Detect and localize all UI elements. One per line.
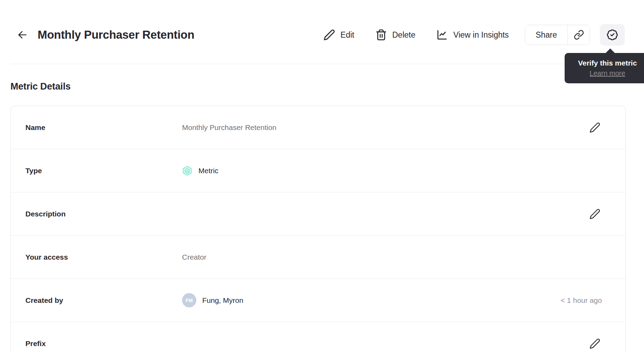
view-in-insights-label: View in Insights [453, 30, 509, 40]
edit-name-button[interactable] [588, 121, 602, 135]
detail-row-type: Type Metric [11, 149, 626, 192]
pencil-icon [589, 208, 600, 220]
detail-row-description: Description [11, 192, 626, 236]
edit-prefix-button[interactable] [588, 337, 602, 351]
pencil-icon [589, 338, 600, 349]
header-actions: Edit Delete View in Insig [323, 29, 509, 41]
line-chart-icon [436, 29, 448, 41]
view-in-insights-button[interactable]: View in Insights [436, 29, 509, 41]
edit-description-button[interactable] [588, 207, 602, 221]
created-timestamp: < 1 hour ago [560, 296, 602, 305]
verify-metric-button[interactable] [600, 24, 625, 46]
avatar: FM [182, 293, 196, 307]
back-button[interactable] [15, 28, 29, 42]
arrow-left-icon [17, 29, 28, 40]
share-button-group: Share [525, 25, 590, 45]
tooltip-title: Verify this metric [571, 58, 644, 68]
hexagon-metric-icon [182, 166, 193, 176]
detail-row-access: Your access Creator [11, 236, 626, 279]
detail-row-name: Name Monthly Purchaser Retention [11, 106, 626, 149]
edit-button[interactable]: Edit [323, 29, 354, 41]
access-value: Creator [182, 253, 206, 261]
page-header: Monthly Purchaser Retention Edit Delet [0, 0, 644, 64]
verified-badge-icon [606, 29, 618, 41]
prefix-label: Prefix [25, 339, 182, 348]
avatar-initials: FM [186, 298, 193, 303]
detail-row-prefix: Prefix [11, 322, 626, 352]
trash-icon [375, 29, 387, 41]
section-heading: Metric Details [10, 81, 626, 92]
verify-metric-tooltip: Verify this metric Learn more [565, 53, 644, 83]
type-label: Type [25, 167, 182, 175]
pencil-icon [589, 122, 600, 133]
copy-link-button[interactable] [567, 25, 590, 45]
share-button[interactable]: Share [525, 25, 567, 45]
delete-button[interactable]: Delete [375, 29, 415, 41]
pencil-icon [323, 29, 335, 41]
type-value: Metric [198, 167, 218, 175]
link-icon [574, 30, 584, 40]
tooltip-learn-more-link[interactable]: Learn more [590, 69, 625, 77]
metric-details-card: Name Monthly Purchaser Retention Type [10, 106, 626, 352]
access-label: Your access [25, 253, 182, 261]
name-label: Name [25, 123, 182, 132]
created-by-label: Created by [25, 296, 182, 305]
delete-button-label: Delete [392, 30, 415, 40]
page-title: Monthly Purchaser Retention [38, 28, 194, 41]
share-button-label: Share [536, 30, 557, 40]
edit-button-label: Edit [340, 30, 354, 40]
detail-row-created-by: Created by FM Fung, Myron < 1 hour ago [11, 279, 626, 322]
name-value: Monthly Purchaser Retention [182, 123, 276, 132]
metric-details-section: Metric Details Name Monthly Purchaser Re… [0, 64, 644, 352]
created-by-value: Fung, Myron [202, 296, 243, 305]
description-label: Description [25, 210, 182, 218]
